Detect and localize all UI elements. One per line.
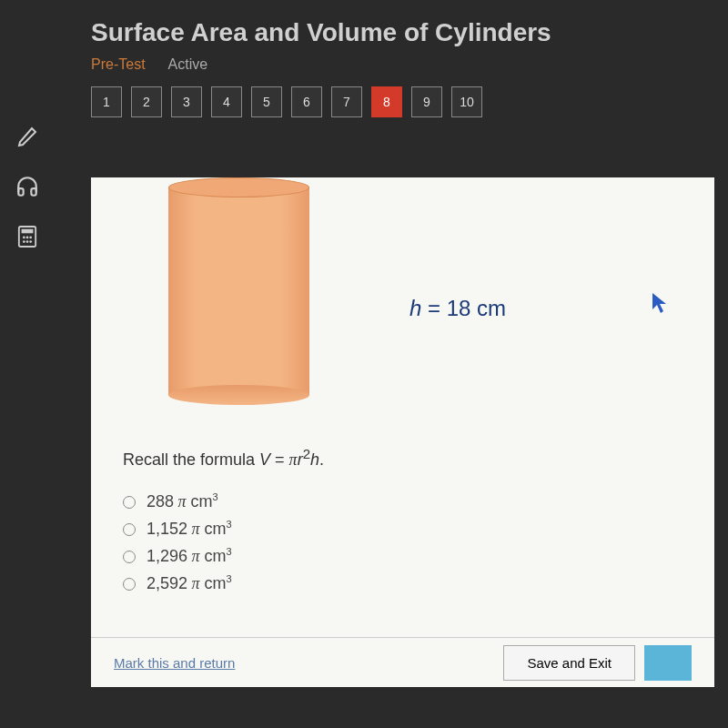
svg-point-5 xyxy=(23,240,25,243)
nav-q8[interactable]: 8 xyxy=(371,86,402,117)
height-label: h = 18 cm xyxy=(410,296,506,321)
nav-q5[interactable]: 5 xyxy=(251,86,282,117)
tool-sidebar xyxy=(14,123,41,250)
cylinder-figure xyxy=(168,177,309,405)
headphones-icon[interactable] xyxy=(14,173,41,200)
footer-bar: Mark this and return Save and Exit xyxy=(91,637,714,687)
option-d[interactable]: 2,592 π cm3 xyxy=(123,573,232,593)
formula-text: Recall the formula V = πr2h. xyxy=(123,446,324,470)
option-c[interactable]: 1,296 π cm3 xyxy=(123,546,232,566)
active-label: Active xyxy=(168,56,208,73)
mark-return-link[interactable]: Mark this and return xyxy=(114,655,235,671)
nav-q10[interactable]: 10 xyxy=(451,86,482,117)
footer-buttons: Save and Exit xyxy=(503,645,692,681)
subtitle-row: Pre-Test Active xyxy=(91,56,728,73)
nav-q9[interactable]: 9 xyxy=(411,86,442,117)
content-panel: h = 18 cm Recall the formula V = πr2h. 2… xyxy=(91,177,714,687)
radio-icon[interactable] xyxy=(123,551,136,563)
pretest-label: Pre-Test xyxy=(91,56,146,73)
nav-q2[interactable]: 2 xyxy=(131,86,162,117)
svg-point-4 xyxy=(29,237,32,239)
nav-q1[interactable]: 1 xyxy=(91,86,122,117)
question-nav: 1 2 3 4 5 6 7 8 9 10 xyxy=(91,86,728,117)
nav-q4[interactable]: 4 xyxy=(211,86,242,117)
save-exit-button[interactable]: Save and Exit xyxy=(503,645,635,681)
pencil-icon[interactable] xyxy=(14,123,41,150)
header: Surface Area and Volume of Cylinders Pre… xyxy=(0,0,728,73)
svg-point-2 xyxy=(23,237,25,239)
svg-point-6 xyxy=(26,240,29,243)
radio-icon[interactable] xyxy=(123,496,136,509)
figure-area: h = 18 cm xyxy=(91,177,714,432)
calculator-icon[interactable] xyxy=(14,223,41,250)
nav-q6[interactable]: 6 xyxy=(291,86,322,117)
svg-point-7 xyxy=(29,240,32,243)
radio-icon[interactable] xyxy=(123,578,136,591)
option-a[interactable]: 288 π cm3 xyxy=(123,491,232,511)
nav-q7[interactable]: 7 xyxy=(331,86,362,117)
next-button[interactable] xyxy=(644,645,692,681)
cursor-icon xyxy=(651,291,669,318)
page-title: Surface Area and Volume of Cylinders xyxy=(91,18,728,47)
radio-icon[interactable] xyxy=(123,523,136,536)
answer-options: 288 π cm3 1,152 π cm3 1,296 π cm3 2,592 … xyxy=(123,491,232,593)
svg-point-3 xyxy=(26,237,29,239)
nav-q3[interactable]: 3 xyxy=(171,86,202,117)
svg-rect-1 xyxy=(22,229,34,234)
option-b[interactable]: 1,152 π cm3 xyxy=(123,519,232,539)
